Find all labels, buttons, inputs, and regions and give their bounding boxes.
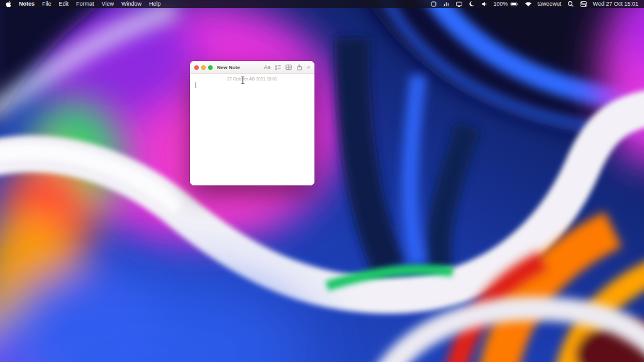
menubar-left: Notes File Edit Format View Window Help <box>6 0 160 8</box>
menu-format[interactable]: Format <box>76 0 94 8</box>
wifi-icon <box>525 1 532 8</box>
volume-icon <box>481 1 488 8</box>
table-button[interactable] <box>286 64 292 70</box>
search-icon <box>567 1 574 8</box>
focus-menu[interactable] <box>469 1 475 8</box>
display-icon <box>455 1 463 8</box>
stats-menu[interactable] <box>443 1 450 8</box>
checklist-button[interactable] <box>275 64 281 70</box>
note-date-line: 27 October AD 2021 15:01 <box>190 74 314 81</box>
window-title: New Note <box>217 65 240 70</box>
text-caret <box>196 82 196 88</box>
share-button[interactable] <box>296 64 303 70</box>
battery-menu[interactable]: 100% <box>494 0 519 8</box>
notes-window: New Note Aa » 27 October AD 2021 15:01 <box>190 61 314 185</box>
control-center-icon <box>580 1 587 8</box>
clock-menu[interactable]: Wed 27 Oct 15:01 <box>593 0 638 8</box>
checklist-icon <box>275 64 281 70</box>
battery-percent: 100% <box>494 0 508 8</box>
menubar-status: 100% taweewut Wed 27 Oct 15:01 <box>430 0 638 8</box>
table-icon <box>286 64 292 70</box>
battery-icon <box>510 1 519 8</box>
user-switch-menu[interactable]: taweewut <box>538 0 562 8</box>
zoom-button[interactable] <box>208 65 213 70</box>
desktop: Notes File Edit Format View Window Help <box>0 0 644 362</box>
menu-file[interactable]: File <box>42 0 52 8</box>
note-editor[interactable]: 27 October AD 2021 15:01 <box>190 74 314 185</box>
menu-window[interactable]: Window <box>121 0 142 8</box>
share-icon <box>296 64 303 70</box>
volume-menu[interactable] <box>481 1 488 8</box>
moon-icon <box>469 1 475 8</box>
toolbar-overflow-button[interactable]: » <box>307 64 310 70</box>
format-button[interactable]: Aa <box>264 64 270 70</box>
wallpaper <box>0 0 644 362</box>
menu-edit[interactable]: Edit <box>59 0 69 8</box>
menubar: Notes File Edit Format View Window Help <box>0 0 644 8</box>
display-menu[interactable] <box>455 1 463 8</box>
close-button[interactable] <box>194 65 199 70</box>
notes-titlebar[interactable]: New Note Aa » <box>190 61 314 74</box>
app-status-menu[interactable] <box>430 1 437 8</box>
wifi-menu[interactable] <box>525 1 532 8</box>
spotlight-menu[interactable] <box>567 1 574 8</box>
stats-icon <box>443 1 450 8</box>
apple-icon <box>6 1 11 8</box>
control-center-menu[interactable] <box>580 1 587 8</box>
ibeam-cursor <box>240 76 245 84</box>
app-status-icon <box>430 1 437 8</box>
minimize-button[interactable] <box>201 65 206 70</box>
menu-view[interactable]: View <box>102 0 114 8</box>
notes-toolbar: Aa » <box>264 64 310 70</box>
menu-help[interactable]: Help <box>149 0 161 8</box>
apple-menu[interactable] <box>6 1 11 8</box>
traffic-lights <box>194 65 213 70</box>
app-menu-notes[interactable]: Notes <box>19 0 35 8</box>
